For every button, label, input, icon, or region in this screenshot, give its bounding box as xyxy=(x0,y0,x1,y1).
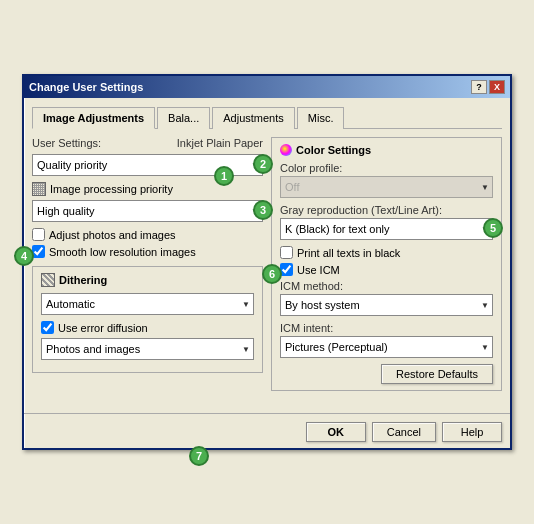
user-settings-header: User Settings: Inkjet Plain Paper xyxy=(32,137,263,152)
color-settings-title-row: Color Settings xyxy=(280,144,493,156)
tab-adjustments[interactable]: Adjustments xyxy=(212,107,295,129)
smooth-low-res-row: Smooth low resolution images 4 xyxy=(32,245,263,258)
inkjet-label: Inkjet Plain Paper xyxy=(177,137,263,149)
use-error-diffusion-checkbox[interactable] xyxy=(41,321,54,334)
color-profile-select-wrapper: Off xyxy=(280,176,493,198)
print-all-black-row: Print all texts in black xyxy=(280,246,493,259)
icm-method-label: ICM method: xyxy=(280,280,493,292)
use-icm-label: Use ICM xyxy=(297,264,340,276)
image-proc-icon xyxy=(32,182,46,196)
title-bar: Change User Settings ? X xyxy=(24,76,510,98)
user-settings-select-wrapper: Quality priority 2 xyxy=(32,154,263,176)
color-icon xyxy=(280,144,292,156)
color-settings-section: Color Settings Color profile: Off Gray r… xyxy=(271,137,502,391)
change-user-settings-dialog: Change User Settings ? X Image Adjustmen… xyxy=(22,74,512,450)
tab-misc[interactable]: Misc. xyxy=(297,107,345,129)
gray-reproduction-label: Gray reproduction (Text/Line Art): xyxy=(280,204,493,216)
icm-intent-select[interactable]: Pictures (Perceptual) xyxy=(280,336,493,358)
dithering-icon xyxy=(41,273,55,287)
color-settings-title: Color Settings xyxy=(296,144,371,156)
smooth-low-res-label: Smooth low resolution images xyxy=(49,246,196,258)
color-profile-label: Color profile: xyxy=(280,162,493,174)
main-area: User Settings: Inkjet Plain Paper Qualit… xyxy=(32,137,502,399)
annotation-4: 4 xyxy=(14,246,34,266)
quality-select[interactable]: High quality xyxy=(32,200,263,222)
adjust-photos-checkbox[interactable] xyxy=(32,228,45,241)
use-error-diffusion-row: Use error diffusion xyxy=(41,321,254,334)
image-proc-row: Image processing priority xyxy=(32,182,263,196)
use-icm-row: Use ICM 6 xyxy=(280,263,493,276)
print-all-black-label: Print all texts in black xyxy=(297,247,400,259)
cancel-button[interactable]: Cancel xyxy=(372,422,436,442)
tab-bar: Image Adjustments Bala... Adjustments Mi… xyxy=(32,106,502,129)
gray-reproduction-select[interactable]: K (Black) for text only xyxy=(280,218,493,240)
icm-intent-label: ICM intent: xyxy=(280,322,493,334)
user-settings-select[interactable]: Quality priority xyxy=(32,154,263,176)
right-panel: Color Settings Color profile: Off Gray r… xyxy=(271,137,502,399)
print-all-black-checkbox[interactable] xyxy=(280,246,293,259)
dithering-select-wrapper: Automatic xyxy=(41,293,254,315)
gray-reproduction-select-wrapper: K (Black) for text only 5 xyxy=(280,218,493,240)
close-button[interactable]: X xyxy=(489,80,505,94)
dithering-title-row: Dithering xyxy=(41,273,254,287)
tab-balance[interactable]: Bala... xyxy=(157,107,210,129)
use-error-diffusion-label: Use error diffusion xyxy=(58,322,148,334)
left-panel: User Settings: Inkjet Plain Paper Qualit… xyxy=(32,137,263,399)
user-settings-label: User Settings: xyxy=(32,137,101,149)
color-profile-select[interactable]: Off xyxy=(280,176,493,198)
dithering-title: Dithering xyxy=(59,274,107,286)
dithering-section: Dithering Automatic Use error diffusion … xyxy=(32,266,263,373)
image-proc-label: Image processing priority xyxy=(50,183,173,195)
adjust-photos-row: Adjust photos and images xyxy=(32,228,263,241)
help-footer-button[interactable]: Help xyxy=(442,422,502,442)
dithering-select[interactable]: Automatic xyxy=(41,293,254,315)
window-title: Change User Settings xyxy=(29,81,143,93)
tab-image-adjustments[interactable]: Image Adjustments xyxy=(32,107,155,129)
error-diffusion-select-wrapper: Photos and images xyxy=(41,338,254,360)
icm-method-select-wrapper: By host system xyxy=(280,294,493,316)
quality-select-wrapper: High quality 3 xyxy=(32,200,263,222)
icm-method-select[interactable]: By host system xyxy=(280,294,493,316)
restore-defaults-button[interactable]: Restore Defaults xyxy=(381,364,493,384)
title-bar-buttons: ? X xyxy=(471,80,505,94)
help-button[interactable]: ? xyxy=(471,80,487,94)
error-diffusion-select[interactable]: Photos and images xyxy=(41,338,254,360)
smooth-low-res-checkbox[interactable] xyxy=(32,245,45,258)
use-icm-checkbox[interactable] xyxy=(280,263,293,276)
icm-intent-select-wrapper: Pictures (Perceptual) xyxy=(280,336,493,358)
ok-button[interactable]: OK xyxy=(306,422,366,442)
footer-buttons: OK Cancel Help 7 xyxy=(24,413,510,448)
annotation-7: 7 xyxy=(189,446,209,466)
adjust-photos-label: Adjust photos and images xyxy=(49,229,176,241)
annotation-6: 6 xyxy=(262,264,282,284)
